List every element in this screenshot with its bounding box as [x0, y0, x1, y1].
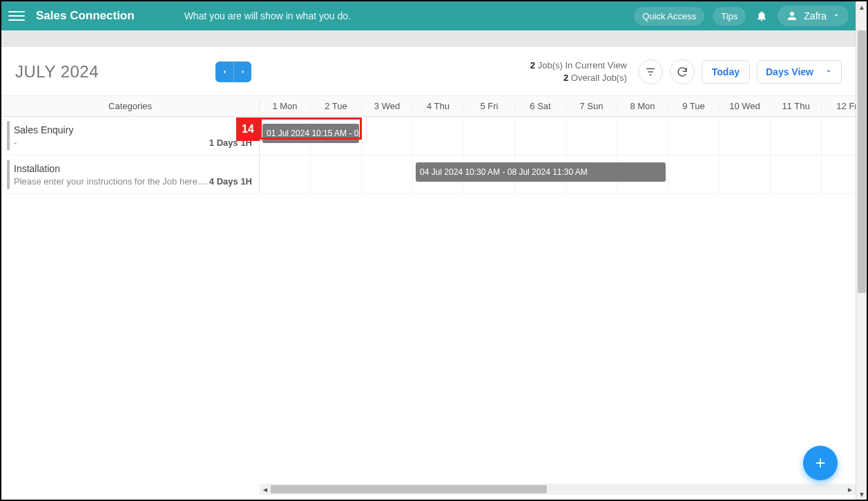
today-button[interactable]: Today — [702, 60, 750, 84]
job-stats: 2 Job(s) In Current View 2 Overall Job(s… — [530, 59, 627, 84]
day-cell[interactable] — [720, 117, 771, 155]
day-cell[interactable] — [413, 117, 464, 155]
quick-access-button[interactable]: Quick Access — [634, 7, 704, 26]
month-nav — [215, 62, 251, 82]
tips-button[interactable]: Tips — [713, 7, 746, 26]
category-subtitle: Please enter your instructions for the J… — [14, 176, 207, 187]
scroll-right-arrow[interactable]: ► — [845, 484, 856, 495]
overall-label: Overall Job(s) — [568, 73, 627, 83]
refresh-button[interactable] — [670, 59, 695, 84]
day-cell[interactable] — [822, 155, 856, 193]
chevron-down-icon — [824, 66, 833, 77]
timeline-lane: 04 Jul 2024 10:30 AM - 08 Jul 2024 11:30… — [260, 155, 856, 193]
day-header: 6 Sat — [515, 101, 566, 111]
grey-strip — [1, 30, 856, 47]
view-select-label: Days View — [766, 66, 813, 77]
scroll-thumb[interactable] — [271, 485, 547, 493]
day-header: 8 Mon — [617, 101, 668, 111]
day-cell[interactable] — [822, 117, 856, 155]
next-month-button[interactable] — [233, 62, 251, 82]
category-subtitle: - — [14, 138, 17, 148]
add-button[interactable] — [803, 446, 838, 480]
view-selector[interactable]: Days View — [757, 60, 842, 84]
horizontal-scrollbar[interactable]: ◄ ► — [260, 484, 856, 495]
user-name: Zafra — [804, 10, 827, 21]
grid-header: Categories 1 Mon2 Tue3 Wed4 Thu5 Fri6 Sa… — [1, 96, 856, 117]
day-header: 11 Thu — [771, 101, 822, 111]
current-count: 2 — [530, 60, 535, 70]
day-cell[interactable] — [720, 155, 771, 193]
schedule-row: Sales Enquiry-1 Days 1H01 Jul 2024 10:15… — [1, 117, 856, 155]
schedule-event[interactable]: 01 Jul 2024 10:15 AM - 02 J — [262, 124, 359, 143]
vertical-scrollbar[interactable]: ▲ ▼ — [856, 1, 867, 500]
day-cell[interactable] — [668, 117, 720, 155]
day-header: 10 Wed — [720, 101, 771, 111]
scroll-up-arrow[interactable]: ▲ — [856, 1, 867, 12]
notification-bell-icon[interactable] — [754, 8, 769, 23]
category-cell[interactable]: InstallationPlease enter your instructio… — [1, 155, 260, 193]
menu-icon[interactable] — [8, 8, 25, 24]
day-cell[interactable] — [515, 117, 566, 155]
day-header: 1 Mon — [260, 101, 311, 111]
user-icon — [786, 10, 798, 22]
day-header: 4 Thu — [413, 101, 464, 111]
scroll-left-arrow[interactable]: ◄ — [260, 484, 271, 495]
schedule-event[interactable]: 04 Jul 2024 10:30 AM - 08 Jul 2024 11:30… — [416, 162, 666, 182]
chevron-down-icon — [832, 10, 840, 21]
day-cell[interactable] — [617, 117, 668, 155]
current-label: Job(s) In Current View — [535, 60, 627, 70]
prev-month-button[interactable] — [215, 62, 233, 82]
schedule-row: InstallationPlease enter your instructio… — [1, 155, 856, 194]
day-header: 7 Sun — [566, 101, 617, 111]
toolbar: JULY 2024 2 Job(s) In Current View 2 Ove… — [1, 47, 856, 96]
scroll-down-arrow[interactable]: ▼ — [856, 489, 867, 500]
day-header: 5 Fri — [464, 101, 515, 111]
categories-header: Categories — [1, 101, 260, 111]
top-bar: Sales Connection What you are will show … — [1, 1, 856, 30]
day-cell[interactable] — [566, 117, 617, 155]
day-cell[interactable] — [260, 155, 311, 193]
day-cell[interactable] — [464, 117, 515, 155]
timeline-lane: 01 Jul 2024 10:15 AM - 02 J — [260, 117, 856, 155]
vscroll-thumb[interactable] — [858, 30, 866, 293]
tagline-text: What you are will show in what you do. — [184, 10, 351, 21]
user-menu[interactable]: Zafra — [778, 6, 849, 26]
annotation-number: 14 — [236, 117, 260, 141]
day-cell[interactable] — [362, 117, 413, 155]
day-header: 12 Fr — [822, 101, 856, 111]
category-title: Sales Enquiry — [14, 124, 252, 135]
grid-body: Sales Enquiry-1 Days 1H01 Jul 2024 10:15… — [1, 117, 856, 484]
month-title: JULY 2024 — [15, 62, 215, 82]
category-title: Installation — [14, 163, 252, 174]
brand-title: Sales Connection — [36, 9, 135, 23]
day-cell[interactable] — [771, 155, 822, 193]
category-duration: 4 Days 1H — [209, 176, 252, 187]
day-cell[interactable] — [362, 155, 413, 193]
day-cell[interactable] — [668, 155, 720, 193]
day-cell[interactable] — [771, 117, 822, 155]
day-header: 2 Tue — [311, 101, 362, 111]
filter-button[interactable] — [638, 59, 663, 84]
day-header: 9 Tue — [668, 101, 720, 111]
day-cell[interactable] — [311, 155, 362, 193]
day-header: 3 Wed — [362, 101, 413, 111]
plus-icon — [813, 455, 828, 471]
schedule-grid: Categories 1 Mon2 Tue3 Wed4 Thu5 Fri6 Sa… — [1, 96, 856, 495]
category-cell[interactable]: Sales Enquiry-1 Days 1H — [1, 117, 260, 155]
